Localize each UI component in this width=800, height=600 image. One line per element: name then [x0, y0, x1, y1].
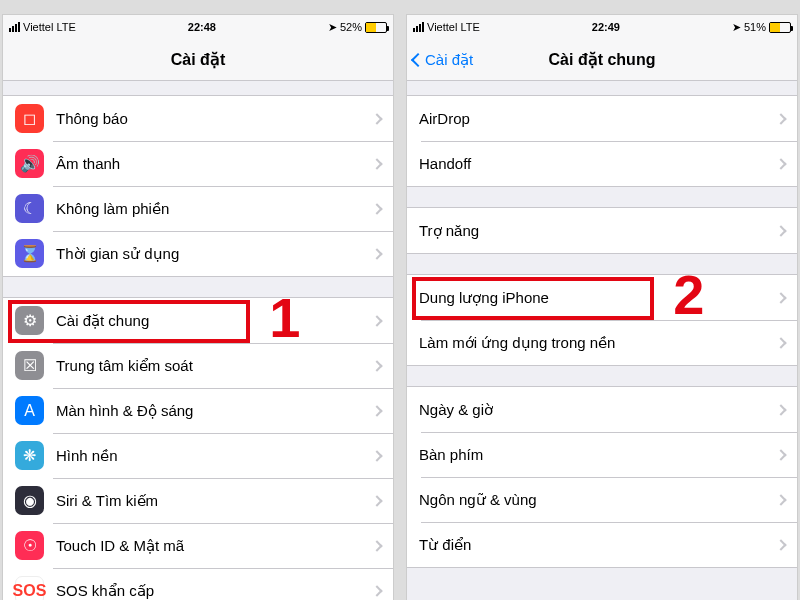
row-handoff[interactable]: Handoff — [407, 141, 797, 186]
row-touchid[interactable]: ☉Touch ID & Mật mã — [3, 523, 393, 568]
control-center-icon: ☒ — [15, 351, 44, 380]
row-sounds[interactable]: 🔊Âm thanh — [3, 141, 393, 186]
chevron-right-icon — [371, 360, 382, 371]
row-label: Ngôn ngữ & vùng — [419, 491, 777, 509]
row-general[interactable]: ⚙︎Cài đặt chung — [3, 298, 393, 343]
chevron-right-icon — [775, 539, 786, 550]
chevron-right-icon — [371, 248, 382, 259]
location-icon: ➤ — [328, 21, 337, 34]
back-button[interactable]: Cài đặt — [413, 51, 473, 69]
row-label: Trung tâm kiểm soát — [56, 357, 373, 375]
status-bar: Viettel LTE 22:48 ➤ 52% — [3, 15, 393, 39]
chevron-right-icon — [775, 158, 786, 169]
chevron-right-icon — [371, 113, 382, 124]
row-control-center[interactable]: ☒Trung tâm kiểm soát — [3, 343, 393, 388]
signal-icon — [9, 22, 20, 32]
row-storage[interactable]: Dung lượng iPhone — [407, 275, 797, 320]
row-wallpaper[interactable]: ❋Hình nền — [3, 433, 393, 478]
row-label: Thông báo — [56, 110, 373, 127]
chevron-right-icon — [371, 495, 382, 506]
sounds-icon: 🔊 — [15, 149, 44, 178]
step-number-1: 1 — [269, 285, 300, 350]
row-label: Trợ năng — [419, 222, 777, 240]
status-bar: Viettel LTE 22:49 ➤ 51% — [407, 15, 797, 39]
carrier-label: Viettel — [427, 21, 457, 33]
chevron-right-icon — [371, 540, 382, 551]
chevron-right-icon — [371, 450, 382, 461]
signal-icon — [413, 22, 424, 32]
row-label: Ngày & giờ — [419, 401, 777, 419]
row-label: Touch ID & Mật mã — [56, 537, 373, 555]
chevron-right-icon — [775, 404, 786, 415]
chevron-right-icon — [775, 337, 786, 348]
page-title: Cài đặt chung — [549, 50, 656, 69]
row-label: AirDrop — [419, 110, 777, 127]
row-label: Dung lượng iPhone — [419, 289, 777, 307]
row-display[interactable]: AMàn hình & Độ sáng — [3, 388, 393, 433]
row-date-time[interactable]: Ngày & giờ — [407, 387, 797, 432]
row-background-refresh[interactable]: Làm mới ứng dụng trong nền — [407, 320, 797, 365]
clock: 22:49 — [592, 21, 620, 33]
general-icon: ⚙︎ — [15, 306, 44, 335]
row-notification[interactable]: ◻︎Thông báo — [3, 96, 393, 141]
nav-bar: Cài đặt Cài đặt chung — [407, 39, 797, 81]
chevron-right-icon — [371, 203, 382, 214]
location-icon: ➤ — [732, 21, 741, 34]
row-label: Cài đặt chung — [56, 312, 373, 330]
step-number-2: 2 — [673, 262, 704, 327]
chevron-right-icon — [371, 315, 382, 326]
row-sos[interactable]: SOSSOS khẩn cấp — [3, 568, 393, 600]
battery-icon — [365, 22, 387, 33]
row-label: Màn hình & Độ sáng — [56, 402, 373, 420]
back-label: Cài đặt — [425, 51, 473, 69]
sos-icon: SOS — [15, 576, 44, 600]
row-language[interactable]: Ngôn ngữ & vùng — [407, 477, 797, 522]
row-dictionary[interactable]: Từ điển — [407, 522, 797, 567]
battery-percent: 51% — [744, 21, 766, 33]
nav-bar: Cài đặt — [3, 39, 393, 81]
chevron-right-icon — [775, 113, 786, 124]
row-label: Bàn phím — [419, 446, 777, 463]
chevron-right-icon — [775, 494, 786, 505]
chevron-right-icon — [775, 449, 786, 460]
row-siri[interactable]: ◉Siri & Tìm kiếm — [3, 478, 393, 523]
wallpaper-icon: ❋ — [15, 441, 44, 470]
chevron-right-icon — [775, 225, 786, 236]
network-label: LTE — [56, 21, 75, 33]
row-label: Từ điển — [419, 536, 777, 554]
row-accessibility[interactable]: Trợ năng — [407, 208, 797, 253]
screen-time-icon: ⌛ — [15, 239, 44, 268]
clock: 22:48 — [188, 21, 216, 33]
touchid-icon: ☉ — [15, 531, 44, 560]
screenshot-left: Viettel LTE 22:48 ➤ 52% Cài đặt ◻︎Thông … — [2, 14, 394, 600]
chevron-right-icon — [371, 585, 382, 596]
row-airdrop[interactable]: AirDrop — [407, 96, 797, 141]
row-label: Thời gian sử dụng — [56, 245, 373, 263]
row-label: Siri & Tìm kiếm — [56, 492, 373, 510]
tutorial-composite: Viettel LTE 22:48 ➤ 52% Cài đặt ◻︎Thông … — [0, 0, 800, 600]
row-label: SOS khẩn cấp — [56, 582, 373, 600]
siri-icon: ◉ — [15, 486, 44, 515]
screenshot-right: Viettel LTE 22:49 ➤ 51% Cài đặt Cài đặt … — [406, 14, 798, 600]
network-label: LTE — [460, 21, 479, 33]
carrier-label: Viettel — [23, 21, 53, 33]
row-label: Âm thanh — [56, 155, 373, 172]
battery-icon — [769, 22, 791, 33]
settings-list[interactable]: ◻︎Thông báo🔊Âm thanh☾Không làm phiền⌛Thờ… — [3, 81, 393, 600]
chevron-left-icon — [411, 52, 425, 66]
row-label: Handoff — [419, 155, 777, 172]
notification-icon: ◻︎ — [15, 104, 44, 133]
chevron-right-icon — [371, 158, 382, 169]
battery-percent: 52% — [340, 21, 362, 33]
row-screen-time[interactable]: ⌛Thời gian sử dụng — [3, 231, 393, 276]
row-keyboard[interactable]: Bàn phím — [407, 432, 797, 477]
page-title: Cài đặt — [171, 50, 225, 69]
row-dnd[interactable]: ☾Không làm phiền — [3, 186, 393, 231]
chevron-right-icon — [371, 405, 382, 416]
row-label: Hình nền — [56, 447, 373, 465]
row-label: Không làm phiền — [56, 200, 373, 218]
general-list[interactable]: AirDropHandoffTrợ năngDung lượng iPhoneL… — [407, 81, 797, 600]
chevron-right-icon — [775, 292, 786, 303]
row-label: Làm mới ứng dụng trong nền — [419, 334, 777, 352]
display-icon: A — [15, 396, 44, 425]
